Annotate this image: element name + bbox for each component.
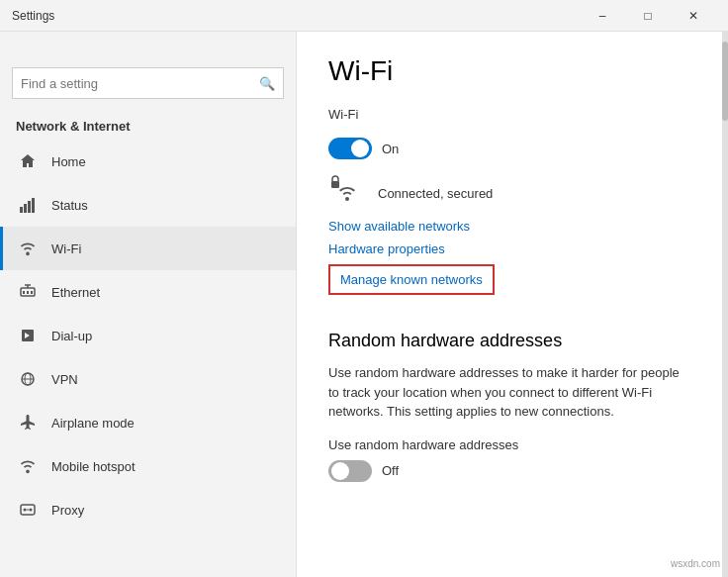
search-icon: 🔍 bbox=[259, 76, 275, 91]
wifi-toggle-row: Wi-Fi bbox=[328, 107, 690, 122]
status-icon bbox=[16, 193, 40, 217]
minimize-button[interactable]: – bbox=[580, 0, 625, 32]
show-networks-link[interactable]: Show available networks bbox=[328, 219, 690, 234]
manage-known-networks-link[interactable]: Manage known networks bbox=[328, 264, 495, 295]
sidebar-item-dialup-label: Dial-up bbox=[51, 329, 92, 343]
dialup-icon bbox=[16, 324, 40, 347]
sidebar-item-proxy-label: Proxy bbox=[51, 503, 84, 518]
vpn-icon bbox=[16, 367, 40, 391]
watermark: wsxdn.com bbox=[671, 558, 720, 569]
sidebar-item-home[interactable]: Home bbox=[0, 140, 296, 183]
wifi-connected-icon bbox=[328, 175, 364, 211]
svg-rect-5 bbox=[23, 291, 25, 294]
random-hw-description: Use random hardware addresses to make it… bbox=[328, 363, 690, 422]
airplane-icon bbox=[16, 411, 40, 434]
sidebar-item-home-label: Home bbox=[51, 154, 86, 169]
title-bar: Settings – □ ✕ bbox=[0, 0, 728, 32]
hotspot-icon bbox=[16, 454, 40, 478]
title-bar-controls: – □ ✕ bbox=[580, 0, 716, 32]
close-button[interactable]: ✕ bbox=[671, 0, 716, 32]
sidebar-item-airplane[interactable]: Airplane mode bbox=[0, 401, 296, 444]
random-hw-toggle-knob bbox=[331, 462, 349, 480]
sidebar: 🔍 Network & Internet Home Statu bbox=[0, 32, 297, 577]
title-bar-title: Settings bbox=[12, 9, 580, 23]
wifi-connected-text: Connected, secured bbox=[378, 186, 493, 201]
content-area: Wi-Fi Wi-Fi On bbox=[297, 32, 722, 577]
random-hw-toggle-label: Use random hardware addresses bbox=[328, 437, 690, 452]
sidebar-section-label: Network & Internet bbox=[0, 111, 296, 140]
svg-rect-6 bbox=[27, 291, 29, 294]
sidebar-item-hotspot-label: Mobile hotspot bbox=[51, 459, 136, 474]
random-hw-heading: Random hardware addresses bbox=[328, 331, 690, 351]
sidebar-item-airplane-label: Airplane mode bbox=[51, 416, 135, 431]
sidebar-item-wifi[interactable]: Wi-Fi bbox=[0, 227, 296, 270]
wifi-toggle-knob bbox=[351, 140, 369, 157]
svg-point-14 bbox=[24, 509, 27, 512]
svg-rect-2 bbox=[28, 201, 31, 213]
random-hw-toggle-status: Off bbox=[382, 463, 399, 478]
random-hw-toggle-switch[interactable] bbox=[328, 460, 372, 482]
wifi-toggle-control-row: On bbox=[328, 138, 690, 159]
sidebar-item-ethernet-label: Ethernet bbox=[51, 285, 100, 300]
app-body: 🔍 Network & Internet Home Statu bbox=[0, 32, 728, 577]
scrollbar-thumb[interactable] bbox=[722, 42, 728, 121]
sidebar-item-proxy[interactable]: Proxy bbox=[0, 488, 296, 531]
random-hw-toggle-row: Off bbox=[328, 460, 690, 482]
wifi-nav-icon bbox=[16, 237, 40, 260]
maximize-button[interactable]: □ bbox=[625, 0, 671, 32]
scrollbar[interactable] bbox=[722, 32, 728, 577]
proxy-icon bbox=[16, 498, 40, 522]
svg-rect-1 bbox=[24, 204, 27, 213]
sidebar-item-status-label: Status bbox=[51, 198, 88, 213]
sidebar-item-wifi-label: Wi-Fi bbox=[51, 241, 81, 256]
svg-rect-7 bbox=[31, 291, 33, 294]
ethernet-icon bbox=[16, 280, 40, 304]
sidebar-item-status[interactable]: Status bbox=[0, 183, 296, 227]
svg-rect-0 bbox=[20, 207, 23, 213]
search-box[interactable]: 🔍 bbox=[12, 67, 284, 99]
page-title: Wi-Fi bbox=[328, 55, 690, 87]
sidebar-item-vpn-label: VPN bbox=[51, 372, 78, 387]
sidebar-header bbox=[0, 32, 296, 59]
wifi-toggle-status: On bbox=[382, 142, 399, 156]
svg-rect-3 bbox=[32, 198, 35, 213]
sidebar-item-vpn[interactable]: VPN bbox=[0, 357, 296, 401]
search-input[interactable] bbox=[21, 76, 259, 91]
sidebar-item-ethernet[interactable]: Ethernet bbox=[0, 270, 296, 314]
wifi-toggle-label: Wi-Fi bbox=[328, 107, 358, 122]
home-icon bbox=[16, 149, 40, 173]
sidebar-item-hotspot[interactable]: Mobile hotspot bbox=[0, 444, 296, 488]
sidebar-item-dialup[interactable]: Dial-up bbox=[0, 314, 296, 357]
svg-point-15 bbox=[30, 509, 33, 512]
wifi-status-row: Connected, secured bbox=[328, 175, 690, 211]
hardware-properties-link[interactable]: Hardware properties bbox=[328, 241, 690, 256]
wifi-toggle-switch[interactable] bbox=[328, 138, 372, 159]
